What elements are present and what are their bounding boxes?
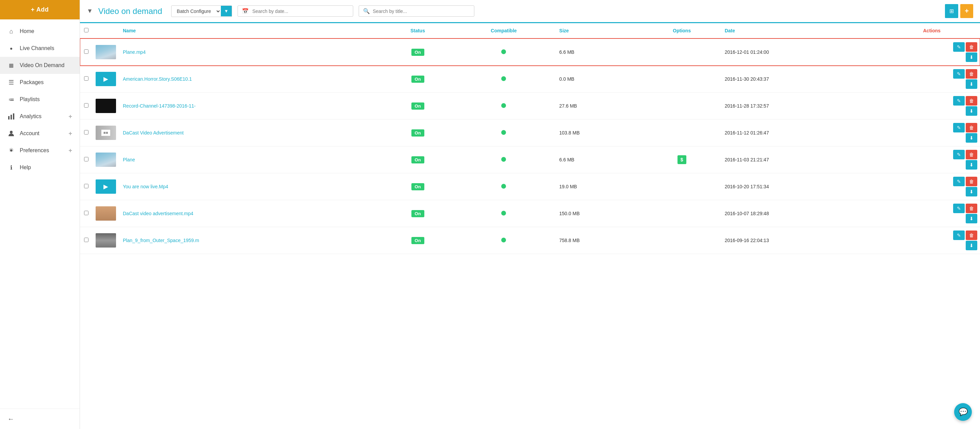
delete-button[interactable]: 🗑 <box>966 177 977 186</box>
svg-rect-2 <box>13 113 14 120</box>
row-actions: ✎ 🗑 ⬇ <box>884 66 980 92</box>
table-row: ▶American.Horror.Story.S06E10.1On0.0 MB2… <box>80 66 980 92</box>
search-date-input[interactable] <box>252 8 349 14</box>
download-button[interactable]: ⬇ <box>966 133 977 143</box>
download-button[interactable]: ⬇ <box>966 106 977 116</box>
sidebar-item-home[interactable]: ⌂ Home <box>0 23 80 40</box>
row-checkbox[interactable] <box>84 238 89 242</box>
batch-configure-select[interactable]: Batch Configure <box>172 6 221 17</box>
download-button[interactable]: ⬇ <box>966 79 977 89</box>
download-button[interactable]: ⬇ <box>966 241 977 250</box>
row-status: On <box>384 227 452 254</box>
row-size: 758.8 MB <box>556 227 643 254</box>
download-button[interactable]: ⬇ <box>966 214 977 223</box>
table-row: ▦▦DaCast Video AdvertisementOn103.8 MB20… <box>80 120 980 147</box>
row-compatible <box>452 38 556 66</box>
layout-toggle-button[interactable]: ⊞ <box>945 4 958 18</box>
account-plus-icon[interactable]: + <box>68 130 72 137</box>
edit-button[interactable]: ✎ <box>953 96 965 105</box>
th-name: Name <box>119 23 384 38</box>
edit-button[interactable]: ✎ <box>953 150 965 159</box>
sidebar-item-video-on-demand[interactable]: ▦ Video On Demand <box>0 57 80 74</box>
page-header: ▼ Video on demand Batch Configure ▼ 📅 🔍 … <box>80 0 980 23</box>
sidebar-bottom: ← <box>0 408 80 429</box>
row-actions: ✎ 🗑 ⬇ <box>884 200 980 227</box>
row-date: 2016-09-16 22:04:13 <box>721 227 884 254</box>
select-all-checkbox[interactable] <box>84 28 89 32</box>
chat-bubble-button[interactable]: 💬 <box>954 403 972 421</box>
row-checkbox[interactable] <box>84 211 89 215</box>
sidebar-item-account[interactable]: Account + <box>0 125 80 142</box>
add-button[interactable]: + Add <box>0 0 80 19</box>
video-table-area: Name Status Compatible Size Options Date… <box>80 23 980 429</box>
row-checkbox[interactable] <box>84 157 89 161</box>
sidebar-item-preferences[interactable]: Preferences + <box>0 142 80 159</box>
row-compatible <box>452 92 556 120</box>
row-status: On <box>384 120 452 147</box>
row-checkbox[interactable] <box>84 184 89 188</box>
download-button[interactable]: ⬇ <box>966 160 977 169</box>
edit-button[interactable]: ✎ <box>953 42 965 52</box>
row-checkbox[interactable] <box>84 103 89 108</box>
sidebar-item-label: Home <box>20 28 72 34</box>
search-title-field[interactable]: 🔍 <box>359 5 474 17</box>
th-thumb <box>92 23 119 38</box>
sidebar: + Add ⌂ Home ● Live Channels ▦ Video On … <box>0 0 80 429</box>
row-thumbnail: ▶ <box>92 66 119 92</box>
row-date: 2016-11-12 01:26:47 <box>721 120 884 147</box>
download-button[interactable]: ⬇ <box>966 187 977 196</box>
status-badge: On <box>411 237 424 244</box>
batch-configure-dropdown[interactable]: Batch Configure ▼ <box>171 5 232 17</box>
row-size: 6.6 MB <box>556 147 643 173</box>
back-icon[interactable]: ← <box>8 415 14 423</box>
delete-button[interactable]: 🗑 <box>966 123 977 132</box>
row-checkbox[interactable] <box>84 49 89 54</box>
batch-configure-arrow[interactable]: ▼ <box>221 6 232 16</box>
video-table: Name Status Compatible Size Options Date… <box>80 23 980 254</box>
search-date-field[interactable]: 📅 <box>237 5 353 17</box>
th-status: Status <box>384 23 452 38</box>
delete-button[interactable]: 🗑 <box>966 96 977 105</box>
row-date: 2016-10-07 18:29:48 <box>721 200 884 227</box>
preferences-plus-icon[interactable]: + <box>68 147 72 154</box>
compatible-indicator <box>501 130 506 135</box>
row-name: Plane.mp4 <box>119 38 384 66</box>
status-badge: On <box>411 156 424 163</box>
th-date: Date <box>721 23 884 38</box>
delete-button[interactable]: 🗑 <box>966 231 977 240</box>
status-badge: On <box>411 210 424 217</box>
row-name: American.Horror.Story.S06E10.1 <box>119 66 384 92</box>
row-checkbox[interactable] <box>84 76 89 81</box>
edit-button[interactable]: ✎ <box>953 177 965 186</box>
sidebar-item-live-channels[interactable]: ● Live Channels <box>0 40 80 57</box>
th-checkbox <box>80 23 92 38</box>
analytics-plus-icon[interactable]: + <box>68 113 72 120</box>
search-title-input[interactable] <box>372 8 470 14</box>
table-body: Plane.mp4On6.6 MB2016-12-01 01:24:00 ✎ 🗑… <box>80 38 980 254</box>
sidebar-item-packages[interactable]: ☰ Packages <box>0 74 80 91</box>
vod-icon: ▦ <box>8 62 15 69</box>
delete-button[interactable]: 🗑 <box>966 69 977 79</box>
sidebar-item-label: Playlists <box>20 96 72 102</box>
row-status: On <box>384 147 452 173</box>
edit-button[interactable]: ✎ <box>953 123 965 132</box>
compatible-indicator <box>501 76 506 81</box>
edit-button[interactable]: ✎ <box>953 204 965 213</box>
row-compatible <box>452 147 556 173</box>
page-title: Video on demand <box>98 6 162 16</box>
download-button[interactable]: ⬇ <box>966 53 977 62</box>
sidebar-item-analytics[interactable]: Analytics + <box>0 108 80 125</box>
row-actions: ✎ 🗑 ⬇ <box>884 173 980 200</box>
sidebar-item-playlists[interactable]: ≔ Playlists <box>0 91 80 108</box>
row-name: DaCast Video Advertisement <box>119 120 384 147</box>
delete-button[interactable]: 🗑 <box>966 150 977 159</box>
row-date: 2016-11-28 17:32:57 <box>721 92 884 120</box>
add-new-button[interactable]: + <box>960 4 973 18</box>
delete-button[interactable]: 🗑 <box>966 204 977 213</box>
sidebar-item-help[interactable]: ℹ Help <box>0 159 80 176</box>
delete-button[interactable]: 🗑 <box>966 42 977 52</box>
edit-button[interactable]: ✎ <box>953 69 965 79</box>
chevron-down-icon[interactable]: ▼ <box>87 8 93 14</box>
row-checkbox[interactable] <box>84 130 89 134</box>
edit-button[interactable]: ✎ <box>953 231 965 240</box>
